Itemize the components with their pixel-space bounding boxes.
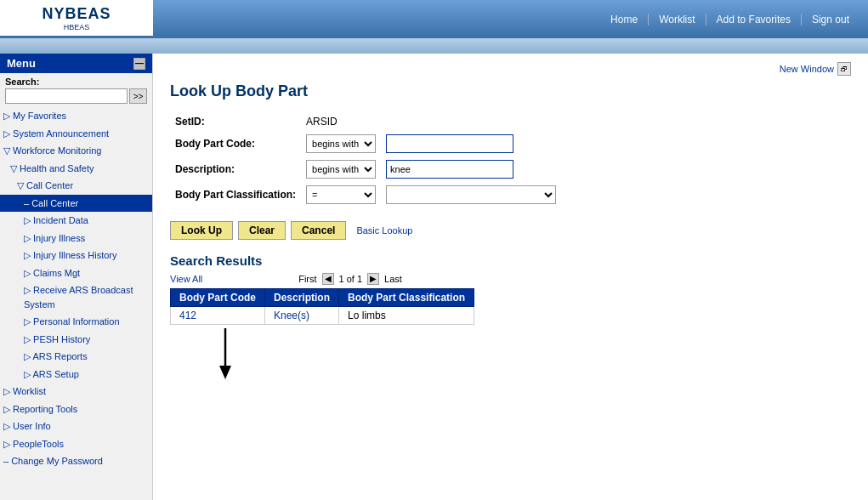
new-window-link[interactable]: New Window (780, 64, 834, 74)
nav-item-reporting-tools[interactable]: ▷ Reporting Tools (0, 401, 152, 418)
nav-item-receive-ars-broadcast[interactable]: ▷ Receive ARS Broadcast System (0, 281, 152, 313)
nav-item-call-center-group[interactable]: ▽ Call Center (0, 177, 152, 195)
results-table: Body Part Code Description Body Part Cla… (170, 288, 474, 325)
nav-item-call-center[interactable]: – Call Center (0, 195, 152, 213)
second-bar (0, 38, 868, 54)
minimize-button[interactable]: — (133, 58, 145, 70)
nav-item-ars-setup[interactable]: ▷ ARS Setup (0, 366, 152, 384)
basic-lookup-link[interactable]: Basic Lookup (356, 225, 412, 236)
menu-label: Menu (7, 57, 36, 70)
description-operator[interactable]: begins with contains = (306, 160, 376, 179)
first-label: First (298, 274, 316, 284)
sidebar-menu-header: Menu — (0, 54, 152, 73)
setid-value: ARSID (301, 112, 561, 131)
results-spacer (207, 274, 293, 284)
nav-item-injury-illness[interactable]: ▷ Injury Illness (0, 230, 152, 247)
search-button[interactable]: >> (129, 88, 147, 104)
svg-marker-1 (219, 366, 231, 379)
home-link[interactable]: Home (600, 14, 649, 26)
body-part-code-input[interactable] (386, 134, 513, 153)
look-up-button[interactable]: Look Up (170, 221, 233, 240)
description-label: Description: (170, 156, 301, 182)
nav-item-health-safety[interactable]: ▽ Health and Safety (0, 160, 152, 178)
nav-item-my-favorites[interactable]: ▷ My Favorites (0, 107, 152, 125)
nav-item-system-announcement[interactable]: ▷ System Announcement (0, 125, 152, 143)
col-description: Description (265, 289, 339, 307)
nav-item-peopletools[interactable]: ▷ PeopleTools (0, 435, 152, 453)
pagination-info: 1 of 1 (339, 274, 363, 284)
logo-main: NYBEAS (42, 5, 111, 23)
last-label: Last (384, 274, 402, 284)
top-navigation: Home Worklist Add to Favorites Sign out (153, 0, 868, 38)
nav-item-change-password[interactable]: – Change My Password (0, 452, 152, 470)
setid-label: SetID: (170, 112, 301, 131)
logo-sub: HBEAS (42, 23, 111, 31)
result-code-link[interactable]: 412 (179, 310, 196, 321)
result-description: Knee(s) (265, 307, 339, 325)
nav-item-user-info[interactable]: ▷ User Info (0, 418, 152, 435)
sign-out-link[interactable]: Sign out (802, 14, 859, 26)
nav-item-pesh-history[interactable]: ▷ PESH History (0, 331, 152, 349)
prev-page-button[interactable]: ◀ (322, 273, 334, 285)
annotation-arrow-container (170, 328, 425, 379)
page-title: Look Up Body Part (170, 82, 851, 100)
result-classification: Lo limbs (339, 307, 474, 325)
sidebar: Menu — Search: >> ▷ My Favorites ▷ Syste… (0, 54, 153, 500)
nav-item-ars-reports[interactable]: ▷ ARS Reports (0, 348, 152, 366)
sidebar-search-area: Search: >> (0, 73, 152, 107)
col-classification: Body Part Classification (339, 289, 474, 307)
classification-operator[interactable]: = begins with contains (306, 185, 376, 204)
description-input[interactable] (386, 160, 513, 179)
new-window-bar: New Window 🗗 (170, 62, 851, 76)
new-window-icon: 🗗 (837, 62, 851, 76)
body-part-code-label: Body Part Code: (170, 131, 301, 156)
search-label: Search: (5, 77, 147, 87)
lookup-form: SetID: ARSID Body Part Code: begins with… (170, 112, 561, 207)
nav-item-personal-information[interactable]: ▷ Personal Information (0, 313, 152, 331)
col-body-part-code: Body Part Code (171, 289, 265, 307)
button-row: Look Up Clear Cancel Basic Lookup (170, 221, 851, 240)
logo: NYBEAS HBEAS (0, 0, 153, 38)
results-nav: View All First ◀ 1 of 1 ▶ Last (170, 273, 851, 285)
body-part-code-operator[interactable]: begins with contains = (306, 134, 376, 153)
worklist-link[interactable]: Worklist (649, 14, 706, 26)
classification-value[interactable] (386, 185, 556, 204)
result-description-link[interactable]: Knee(s) (274, 310, 309, 321)
table-row: 412 Knee(s) Lo limbs (171, 307, 474, 325)
clear-button[interactable]: Clear (238, 221, 286, 240)
search-results-title: Search Results (170, 253, 851, 268)
nav-item-injury-illness-history[interactable]: ▷ Injury Illness History (0, 247, 152, 264)
view-all-link[interactable]: View All (170, 274, 202, 284)
classification-label: Body Part Classification: (170, 182, 301, 207)
nav-item-claims-mgt[interactable]: ▷ Claims Mgt (0, 264, 152, 282)
next-page-button[interactable]: ▶ (367, 273, 379, 285)
search-input[interactable] (5, 88, 128, 104)
nav-item-worklist[interactable]: ▷ Worklist (0, 383, 152, 401)
main-content: New Window 🗗 Look Up Body Part SetID: AR… (153, 54, 868, 500)
nav-item-workforce-monitoring[interactable]: ▽ Workforce Monitoring (0, 142, 152, 160)
result-code: 412 (171, 307, 265, 325)
nav-item-incident-data[interactable]: ▷ Incident Data (0, 212, 152, 230)
annotation-arrow (217, 328, 234, 379)
cancel-button[interactable]: Cancel (291, 221, 346, 240)
add-to-favorites-link[interactable]: Add to Favorites (706, 14, 802, 26)
